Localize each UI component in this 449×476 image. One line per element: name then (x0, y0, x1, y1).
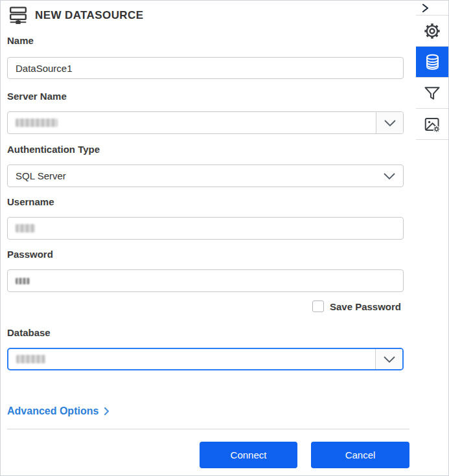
server-name-redacted-value (16, 119, 58, 127)
collapse-panel-button[interactable] (416, 1, 448, 16)
database-combobox[interactable] (7, 348, 404, 370)
connect-button[interactable]: Connect (200, 442, 297, 468)
image-gear-icon (423, 115, 441, 133)
database-value[interactable] (8, 349, 375, 369)
page-title: NEW DATASOURCE (35, 9, 143, 22)
panel-footer: Connect Cancel (1, 429, 416, 475)
auth-type-value[interactable]: SQL Server (8, 165, 376, 187)
username-label: Username (7, 196, 404, 208)
auth-type-dropdown[interactable]: SQL Server (7, 164, 404, 187)
name-input[interactable] (7, 57, 404, 79)
panel-header: NEW DATASOURCE (1, 1, 416, 25)
chevron-right-icon (421, 3, 430, 13)
server-name-label: Server Name (7, 91, 404, 102)
password-input[interactable] (7, 269, 404, 292)
server-name-combobox[interactable] (7, 111, 404, 134)
chevron-down-icon (384, 120, 396, 126)
password-masked-value (16, 278, 30, 284)
tools-sidebar (416, 1, 448, 475)
form-area: Name Server Name Authentication Type SQL… (1, 35, 416, 417)
new-datasource-window: NEW DATASOURCE Name Server Name Authenti… (0, 0, 449, 476)
sidebar-item-image-settings[interactable] (416, 109, 448, 140)
database-dropdown-button[interactable] (375, 349, 402, 369)
server-name-value[interactable] (8, 112, 376, 133)
advanced-options-link[interactable]: Advanced Options (7, 405, 109, 417)
auth-type-dropdown-button[interactable] (376, 165, 403, 187)
datasource-server-icon (8, 6, 28, 25)
save-password-label[interactable]: Save Password (330, 301, 401, 312)
save-password-checkbox[interactable] (312, 300, 324, 312)
database-label: Database (7, 327, 404, 339)
gear-icon (423, 22, 441, 40)
save-password-row: Save Password (7, 300, 404, 313)
username-input[interactable] (7, 217, 404, 240)
database-redacted-value (16, 355, 45, 363)
database-icon (424, 53, 441, 71)
filter-icon (423, 84, 441, 102)
chevron-right-icon (104, 407, 109, 416)
sidebar-item-filter[interactable] (416, 78, 448, 109)
chevron-down-icon (384, 356, 395, 363)
password-label: Password (7, 249, 404, 260)
new-datasource-panel: NEW DATASOURCE Name Server Name Authenti… (1, 1, 417, 475)
sidebar-item-settings[interactable] (416, 16, 448, 47)
username-redacted-value (16, 224, 35, 232)
name-label: Name (7, 35, 404, 47)
auth-type-label: Authentication Type (7, 144, 404, 155)
sidebar-item-datasource[interactable] (416, 47, 448, 78)
server-name-dropdown-button[interactable] (376, 112, 403, 133)
chevron-down-icon (384, 173, 395, 179)
cancel-button[interactable]: Cancel (311, 442, 409, 468)
